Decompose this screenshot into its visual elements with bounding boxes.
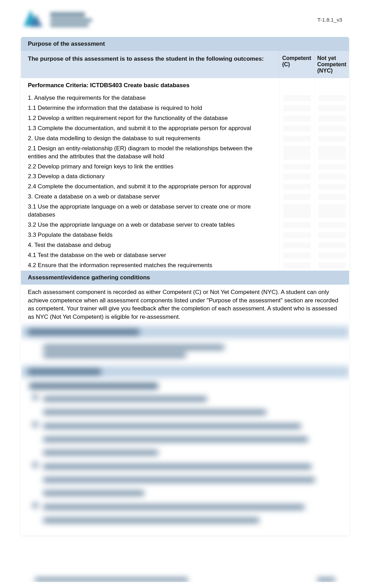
criteria-title-row: Performance Criteria: ICTDBS403 Create b… xyxy=(21,78,349,93)
criteria-row: 1.3 Complete the documentation, and subm… xyxy=(21,123,349,134)
document-id: T-1.8.1_v3 xyxy=(317,17,342,23)
criteria-text: 2.4 Complete the documentation, and subm… xyxy=(21,182,279,192)
criteria-row: 1.1 Determine the information that the d… xyxy=(21,103,349,113)
competent-cell xyxy=(279,220,314,230)
criteria-row: 1.2 Develop a written requirement report… xyxy=(21,113,349,123)
competent-cell xyxy=(279,172,314,182)
criteria-row: 2.1 Design an entity-relationship (ER) d… xyxy=(21,144,349,162)
logo xyxy=(24,8,93,31)
competent-cell xyxy=(279,182,314,192)
competent-cell xyxy=(279,240,314,250)
criteria-row: 4.1 Test the database on the web or data… xyxy=(21,250,349,261)
column-header-nyc: Not yet Competent (NYC) xyxy=(314,51,349,78)
criteria-text: 2.3 Develop a data dictionary xyxy=(21,172,279,182)
criteria-text: 1. Analyse the requirements for the data… xyxy=(21,93,279,103)
criteria-text: 1.1 Determine the information that the d… xyxy=(21,103,279,113)
competent-cell xyxy=(279,134,314,144)
competent-cell xyxy=(279,192,314,202)
nyc-cell xyxy=(314,134,349,144)
criteria-row: 2.4 Complete the documentation, and subm… xyxy=(21,182,349,192)
competent-cell xyxy=(279,93,314,103)
conditions-title-row: Assessment/evidence gathering conditions xyxy=(21,271,349,285)
nyc-cell xyxy=(314,240,349,250)
conditions-text: Each assessment component is recorded as… xyxy=(21,285,349,325)
criteria-row: 2.2 Develop primary and foreign keys to … xyxy=(21,162,349,172)
criteria-text: 2.1 Design an entity-relationship (ER) d… xyxy=(21,144,279,162)
purpose-title-row: Purpose of the assessment xyxy=(21,37,349,51)
page-footer xyxy=(35,577,335,582)
competent-cell xyxy=(279,162,314,172)
competent-cell xyxy=(279,113,314,123)
criteria-title: Performance Criteria: ICTDBS403 Create b… xyxy=(21,78,279,93)
nyc-cell xyxy=(314,250,349,261)
competent-cell xyxy=(279,202,314,220)
page-header: T-1.8.1_v3 xyxy=(0,0,370,37)
criteria-row: 3.3 Populate the database fields xyxy=(21,230,349,240)
criteria-text: 3.3 Populate the database fields xyxy=(21,230,279,240)
criteria-text: 2.2 Develop primary and foreign keys to … xyxy=(21,162,279,172)
criteria-row: 2.3 Develop a data dictionary xyxy=(21,172,349,182)
nyc-cell xyxy=(314,172,349,182)
criteria-text: 1.2 Develop a written requirement report… xyxy=(21,113,279,123)
nyc-cell xyxy=(314,182,349,192)
nyc-cell xyxy=(314,103,349,113)
criteria-row: 3.2 Use the appropriate language on a we… xyxy=(21,220,349,230)
blurred-content xyxy=(21,326,349,535)
criteria-row: 2. Use data modelling to design the data… xyxy=(21,134,349,144)
criteria-row: 4.2 Ensure that the information represen… xyxy=(21,261,349,271)
criteria-row: 4. Test the database and debug xyxy=(21,240,349,250)
conditions-title: Assessment/evidence gathering conditions xyxy=(28,274,150,281)
criteria-text: 4. Test the database and debug xyxy=(21,240,279,250)
competent-cell xyxy=(279,103,314,113)
criteria-text: 3. Create a database on a web or databas… xyxy=(21,192,279,202)
criteria-row: 3.1 Use the appropriate language on a we… xyxy=(21,202,349,220)
criteria-row: 1. Analyse the requirements for the data… xyxy=(21,93,349,103)
competent-cell xyxy=(279,144,314,162)
nyc-cell xyxy=(314,261,349,271)
column-header-competent: Competent (C) xyxy=(279,51,314,78)
criteria-text: 4.1 Test the database on the web or data… xyxy=(21,250,279,261)
criteria-text: 3.1 Use the appropriate language on a we… xyxy=(21,202,279,220)
nyc-cell xyxy=(314,202,349,220)
nyc-cell xyxy=(314,93,349,103)
nyc-cell xyxy=(314,230,349,240)
nyc-cell xyxy=(314,220,349,230)
competent-cell xyxy=(279,250,314,261)
nyc-cell xyxy=(314,123,349,134)
criteria-text: 4.2 Ensure that the information represen… xyxy=(21,261,279,271)
competent-cell xyxy=(279,261,314,271)
criteria-row: 3. Create a database on a web or databas… xyxy=(21,192,349,202)
nyc-cell xyxy=(314,113,349,123)
purpose-intro: The purpose of this assessment is to ass… xyxy=(21,51,279,78)
criteria-text: 3.2 Use the appropriate language on a we… xyxy=(21,220,279,230)
competent-cell xyxy=(279,230,314,240)
purpose-title: Purpose of the assessment xyxy=(28,40,105,47)
nyc-cell xyxy=(314,192,349,202)
nyc-cell xyxy=(314,162,349,172)
criteria-text: 1.3 Complete the documentation, and subm… xyxy=(21,123,279,134)
competent-cell xyxy=(279,123,314,134)
criteria-text: 2. Use data modelling to design the data… xyxy=(21,134,279,144)
nyc-cell xyxy=(314,144,349,162)
outcomes-header-row: The purpose of this assessment is to ass… xyxy=(21,51,349,78)
assessment-table: Purpose of the assessment The purpose of… xyxy=(21,37,349,535)
